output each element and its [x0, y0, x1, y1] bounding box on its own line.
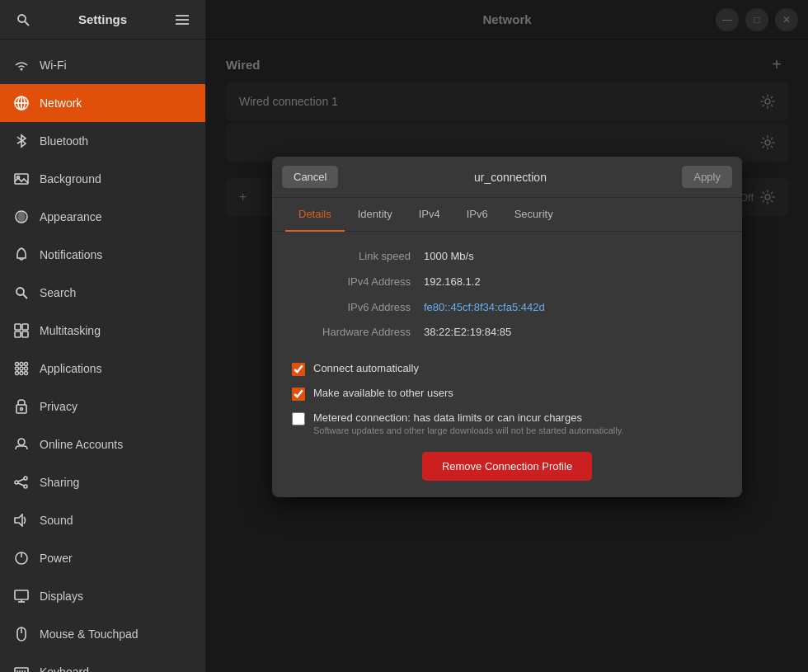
sidebar-item-network[interactable]: Network [0, 84, 205, 122]
applications-icon [13, 360, 30, 377]
mouse-icon [13, 626, 30, 642]
svg-point-28 [21, 408, 23, 411]
appearance-icon [13, 209, 30, 225]
tab-security[interactable]: Security [501, 198, 566, 232]
hardware-address-label: Hardware Address [292, 324, 424, 341]
sidebar-item-label-mouse-touchpad: Mouse & Touchpad [40, 627, 139, 641]
apply-button[interactable]: Apply [682, 166, 732, 188]
metered-sublabel: Software updates and other large downloa… [313, 425, 623, 435]
other-users-row: Make available to other users [292, 386, 722, 401]
notifications-icon [13, 247, 30, 263]
online-accounts-icon [13, 436, 30, 453]
sidebar-item-label-power: Power [40, 552, 73, 565]
sidebar-title: Settings [36, 12, 169, 26]
sidebar-item-label-sharing: Sharing [40, 476, 79, 489]
svg-point-24 [16, 372, 19, 375]
tab-ipv4[interactable]: IPv4 [406, 198, 453, 232]
ipv4-address-value: 192.168.1.2 [424, 274, 722, 291]
svg-point-18 [16, 363, 19, 366]
content-area: Network — □ ✕ Wired + Wired connection 1 [206, 0, 808, 672]
metered-label[interactable]: Metered connection: has data limits or c… [313, 411, 582, 424]
svg-point-22 [20, 367, 23, 370]
sidebar-item-bluetooth[interactable]: Bluetooth [0, 122, 205, 160]
sidebar-item-label-privacy: Privacy [40, 400, 78, 413]
sidebar-item-appearance[interactable]: Appearance [0, 198, 205, 236]
link-speed-value: 1000 Mb/s [424, 248, 722, 266]
svg-point-25 [20, 372, 23, 375]
svg-rect-15 [22, 324, 28, 330]
background-icon [13, 171, 30, 187]
sharing-icon [13, 474, 30, 491]
metered-row: Metered connection: has data limits or c… [292, 411, 722, 435]
svg-line-13 [23, 294, 27, 298]
sidebar-item-displays[interactable]: Displays [0, 577, 205, 615]
sidebar-item-multitasking[interactable]: Multitasking [0, 312, 205, 350]
svg-point-32 [24, 485, 27, 488]
svg-line-33 [18, 479, 24, 482]
svg-line-34 [18, 483, 24, 486]
dialog-header: Cancel ur_connection Apply [272, 157, 742, 198]
link-speed-label: Link speed [292, 248, 424, 266]
dialog-title: ur_connection [338, 171, 682, 184]
svg-point-20 [25, 363, 28, 366]
sidebar-item-label-multitasking: Multitasking [40, 324, 101, 337]
auto-connect-checkbox[interactable] [292, 363, 305, 376]
sidebar-item-sharing[interactable]: Sharing [0, 463, 205, 501]
search-icon-button[interactable] [10, 7, 36, 33]
search-icon [13, 284, 30, 301]
auto-connect-row: Connect automatically [292, 361, 722, 376]
svg-line-1 [25, 21, 29, 26]
power-icon [13, 550, 30, 566]
network-icon [13, 95, 30, 111]
sidebar-item-label-displays: Displays [40, 590, 83, 603]
sidebar: Settings Wi-Fi [0, 0, 206, 672]
sidebar-item-sound[interactable]: Sound [0, 501, 205, 539]
sidebar-item-background[interactable]: Background [0, 160, 205, 198]
svg-point-30 [15, 481, 18, 484]
tab-ipv6[interactable]: IPv6 [453, 198, 501, 232]
svg-point-29 [18, 439, 25, 445]
sidebar-item-mouse-touchpad[interactable]: Mouse & Touchpad [0, 615, 205, 653]
metered-checkbox[interactable] [292, 412, 305, 425]
auto-connect-label[interactable]: Connect automatically [313, 362, 419, 374]
svg-rect-27 [16, 405, 26, 413]
sidebar-item-privacy[interactable]: Privacy [0, 388, 205, 425]
ipv6-address-label: IPv6 Address [292, 299, 424, 317]
other-users-label[interactable]: Make available to other users [313, 387, 453, 399]
sidebar-item-search[interactable]: Search [0, 274, 205, 312]
sidebar-item-label-notifications: Notifications [40, 248, 102, 261]
info-grid: Link speed 1000 Mb/s IPv4 Address 192.16… [292, 248, 722, 341]
sidebar-item-applications[interactable]: Applications [0, 350, 205, 388]
menu-icon-button[interactable] [169, 7, 195, 33]
sidebar-item-wifi[interactable]: Wi-Fi [0, 46, 205, 84]
sidebar-item-label-wifi: Wi-Fi [40, 59, 67, 72]
remove-connection-button[interactable]: Remove Connection Profile [422, 452, 592, 481]
multitasking-icon [13, 322, 30, 339]
sidebar-item-label-keyboard: Keyboard [40, 665, 89, 672]
main-window: Settings Wi-Fi [0, 0, 808, 672]
wifi-icon [13, 57, 30, 73]
sidebar-item-label-background: Background [40, 172, 101, 186]
tab-details[interactable]: Details [285, 198, 345, 232]
tab-identity[interactable]: Identity [345, 198, 406, 232]
other-users-checkbox[interactable] [292, 388, 305, 401]
svg-rect-17 [22, 331, 28, 337]
cancel-button[interactable]: Cancel [282, 166, 338, 188]
hardware-address-value: 38:22:E2:19:84:85 [424, 324, 722, 341]
sidebar-item-notifications[interactable]: Notifications [0, 236, 205, 274]
svg-rect-14 [15, 324, 21, 330]
sidebar-item-online-accounts[interactable]: Online Accounts [0, 425, 205, 463]
privacy-icon [13, 398, 30, 415]
sidebar-item-power[interactable]: Power [0, 539, 205, 577]
ipv6-address-value: fe80::45cf:8f34:cfa5:442d [424, 299, 722, 317]
svg-point-12 [16, 288, 24, 295]
connection-dialog: Cancel ur_connection Apply Details Ident… [272, 157, 742, 497]
svg-rect-16 [15, 331, 21, 337]
svg-point-19 [20, 363, 23, 366]
svg-marker-35 [15, 515, 22, 526]
sidebar-item-keyboard[interactable]: Keyboard [0, 653, 205, 672]
svg-point-23 [25, 367, 28, 370]
modal-overlay: Cancel ur_connection Apply Details Ident… [206, 0, 808, 672]
sidebar-item-label-online-accounts: Online Accounts [40, 438, 123, 451]
sidebar-item-label-appearance: Appearance [40, 210, 102, 223]
